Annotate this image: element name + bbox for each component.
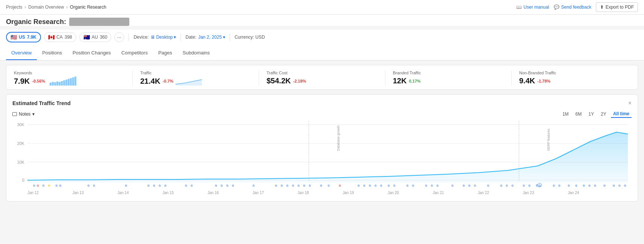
keywords-mini-chart [50, 77, 76, 86]
trend-header: Estimated Traffic Trend × [12, 100, 632, 107]
svg-text:20K: 20K [17, 141, 24, 146]
svg-text:G: G [406, 184, 408, 187]
export-pdf-button[interactable]: ⬆ Export to PDF [596, 2, 638, 12]
svg-text:G: G [185, 184, 187, 187]
date-filter: Date: Jan 2, 2025 ▾ [185, 35, 225, 40]
svg-text:0: 0 [22, 178, 24, 182]
svg-text:G: G [56, 184, 58, 187]
date-text: Jan 2, 2025 [198, 35, 222, 40]
branded-label: Branded Traffic [393, 71, 504, 75]
trend-controls: Notes ▾ 1M 6M 1Y 2Y All time [12, 110, 632, 118]
notes-icon [12, 112, 17, 116]
tab-pages[interactable]: Pages [153, 46, 177, 60]
time-6m[interactable]: 6M [573, 110, 584, 118]
keywords-change: -0.56% [32, 79, 45, 83]
breadcrumb-domain[interactable]: Domain Overview [28, 5, 64, 10]
chart-container: 30K 20K 10K 0 Database growth SERP featu… [12, 121, 632, 196]
trend-card: Estimated Traffic Trend × Notes ▾ 1M 6M … [6, 94, 638, 202]
svg-text:SERP features: SERP features [547, 128, 550, 151]
metrics-card: Keywords 7.9K -0.56% [6, 65, 638, 90]
send-feedback-button[interactable]: 💬 Send feedback [554, 5, 591, 10]
svg-text:G: G [59, 184, 61, 187]
time-1y[interactable]: 1Y [586, 110, 596, 118]
svg-text:G: G [412, 184, 414, 187]
filter-divider [129, 33, 129, 41]
top-actions: 📖 User manual 💬 Send feedback ⬆ Export t… [516, 2, 638, 12]
svg-text:G: G [339, 184, 341, 187]
tab-position-changes[interactable]: Position Changes [67, 46, 116, 60]
breadcrumb: Projects › Domain Overview › Organic Res… [6, 5, 106, 10]
filter-bar: 🇺🇸 US 7.9K 🇨🇦 CA 398 🇦🇺 AU 360 ··· Devic… [0, 30, 644, 46]
svg-text:G: G [558, 184, 560, 187]
svg-text:G: G [553, 184, 555, 187]
device-value[interactable]: 🖥 Desktop ▾ [150, 35, 176, 40]
svg-text:Jan 24: Jan 24 [568, 191, 579, 195]
country-au-button[interactable]: 🇦🇺 AU 360 [79, 32, 112, 42]
svg-text:G: G [463, 184, 465, 187]
svg-text:G: G [613, 184, 615, 187]
svg-text:G: G [281, 184, 283, 187]
svg-text:Jan 19: Jan 19 [342, 191, 354, 195]
svg-text:G: G [529, 184, 530, 187]
feedback-icon: 💬 [554, 5, 559, 10]
svg-text:G: G [292, 184, 294, 187]
time-2y[interactable]: 2Y [599, 110, 609, 118]
tab-overview[interactable]: Overview [6, 46, 37, 60]
domain-blurred [69, 18, 129, 26]
close-trend-button[interactable]: × [628, 100, 632, 107]
svg-text:Jan 20: Jan 20 [388, 191, 399, 195]
metric-nonbranded-traffic: Non-Branded Traffic 9.4K -1.78% [512, 71, 638, 86]
traffic-cost-change: -2.18% [293, 79, 306, 83]
country-us-button[interactable]: 🇺🇸 US 7.9K [6, 32, 41, 42]
notes-button[interactable]: Notes ▾ [12, 111, 35, 117]
svg-text:Jan 15: Jan 15 [162, 191, 174, 195]
more-countries-button[interactable]: ··· [114, 32, 124, 42]
us-value: 7.9K [27, 35, 36, 40]
svg-text:G: G [88, 184, 89, 187]
svg-text:G: G [436, 184, 438, 187]
time-all[interactable]: All time [611, 110, 632, 118]
time-range-buttons: 1M 6M 1Y 2Y All time [560, 110, 632, 118]
notes-label: Notes [19, 111, 30, 117]
svg-marker-13 [27, 132, 628, 183]
tab-subdomains[interactable]: Subdomains [177, 46, 215, 60]
svg-text:G: G [363, 184, 365, 187]
svg-text:G: G [147, 184, 149, 187]
svg-text:G: G [594, 184, 596, 187]
date-value[interactable]: Jan 2, 2025 ▾ [198, 35, 225, 40]
currency-text: Currency: USD [235, 35, 265, 40]
svg-text:30K: 30K [17, 122, 24, 127]
user-manual-button[interactable]: 📖 User manual [516, 5, 549, 10]
breadcrumb-current: Organic Research [70, 5, 106, 10]
filter-divider2 [180, 33, 181, 41]
svg-text:Jan 22: Jan 22 [478, 191, 489, 195]
branded-value: 12K 0.17% [393, 77, 504, 85]
svg-text:G: G [452, 184, 453, 187]
svg-text:G: G [221, 184, 223, 187]
main-content: Keywords 7.9K -0.56% [0, 60, 644, 206]
ca-value: 398 [65, 35, 72, 40]
svg-text:G: G [320, 184, 322, 187]
tab-competitors[interactable]: Competitors [116, 46, 153, 60]
traffic-cost-value: $54.2K -2.18% [267, 77, 377, 85]
keywords-label: Keywords [14, 71, 125, 75]
svg-text:G: G [618, 184, 620, 187]
svg-text:G: G [583, 184, 585, 187]
notes-chevron: ▾ [32, 111, 35, 117]
svg-text:G: G [474, 184, 476, 187]
export-pdf-label: Export to PDF [606, 5, 634, 10]
breadcrumb-projects[interactable]: Projects [6, 5, 22, 10]
export-icon: ⬆ [600, 5, 604, 10]
breadcrumb-sep1: › [24, 5, 26, 10]
svg-text:Jan 23: Jan 23 [523, 191, 534, 195]
country-ca-button[interactable]: 🇨🇦 CA 398 [44, 32, 76, 42]
svg-text:G: G [603, 184, 605, 187]
svg-text:G: G [431, 184, 433, 187]
svg-text:G: G [568, 184, 570, 187]
svg-text:G: G [153, 184, 155, 187]
svg-text:G: G [42, 184, 44, 187]
tab-positions[interactable]: Positions [37, 46, 67, 60]
svg-text:G: G [380, 184, 382, 187]
date-chevron: ▾ [223, 35, 225, 40]
time-1m[interactable]: 1M [560, 110, 571, 118]
